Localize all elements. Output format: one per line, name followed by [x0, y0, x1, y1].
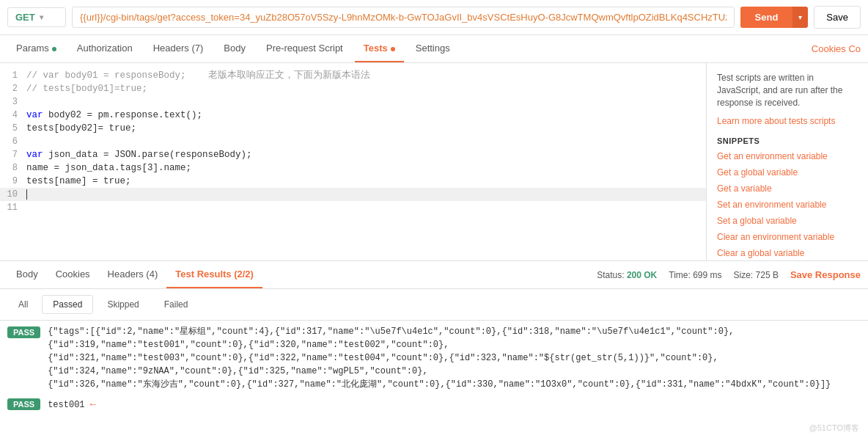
test-result-1: PASS {"tags":[{"id":2,"name":"星标组","coun…: [7, 325, 861, 391]
code-line-5: 5 tests[body02]= true;: [0, 122, 706, 135]
tab-prerequest-label: Pre-request Script: [266, 43, 343, 54]
response-tabs-bar: Body Cookies Headers (4) Test Results (2…: [0, 261, 868, 289]
resp-tab-test-results-label: Test Results (2/2): [175, 269, 254, 280]
tab-authorization[interactable]: Authorization: [68, 35, 141, 62]
method-select[interactable]: GET ▾: [7, 7, 66, 27]
snippet-get-var[interactable]: Get a variable: [717, 183, 858, 194]
snippet-get-env[interactable]: Get an environment variable: [717, 151, 858, 161]
request-tabs: Params Authorization Headers (7) Body Pr…: [0, 35, 868, 63]
snippet-get-global[interactable]: Get a global variable: [717, 167, 858, 178]
filter-tabs: All Passed Skipped Failed: [0, 289, 868, 321]
resp-tab-cookies[interactable]: Cookies: [47, 261, 99, 288]
resp-tab-test-results[interactable]: Test Results (2/2): [166, 261, 262, 288]
status-value: 200 OK: [627, 270, 657, 280]
save-response-button[interactable]: Save Response: [790, 269, 861, 280]
filter-tab-all[interactable]: All: [7, 295, 39, 314]
code-line-2: 2 // tests[body01]=true;: [0, 82, 706, 95]
response-area: Body Cookies Headers (4) Test Results (2…: [0, 261, 868, 423]
tab-params[interactable]: Params: [7, 35, 65, 62]
send-button[interactable]: Send: [740, 7, 793, 28]
size-value: 725 B: [756, 270, 779, 280]
code-line-7: 7 var json_data = JSON.parse(responseBod…: [0, 148, 706, 161]
code-line-1: 1 // var body01 = responseBody; 老版本取响应正文…: [0, 69, 706, 82]
filter-tab-passed[interactable]: Passed: [42, 295, 93, 314]
filter-tab-failed[interactable]: Failed: [153, 295, 199, 314]
cookies-link[interactable]: Cookies Co: [812, 43, 861, 54]
code-line-10: 10: [0, 188, 706, 201]
test-result-2: PASS test001 ←: [7, 397, 861, 412]
result-arrow: ←: [90, 398, 96, 410]
tab-body[interactable]: Body: [215, 35, 254, 62]
send-btn-group: Send ▾: [740, 7, 809, 28]
tab-tests-label: Tests: [364, 43, 388, 54]
code-line-6: 6: [0, 135, 706, 148]
tab-authorization-label: Authorization: [77, 43, 133, 54]
size-label: Size: 725 B: [734, 270, 779, 280]
snippets-description: Test scripts are written in JavaScript, …: [717, 72, 858, 109]
save-button[interactable]: Save: [814, 6, 861, 29]
pass-badge-2: PASS: [7, 398, 40, 410]
tests-dot: [391, 47, 395, 51]
tab-headers-label: Headers (7): [153, 43, 204, 54]
method-label: GET: [15, 12, 35, 23]
snippet-clear-env[interactable]: Clear an environment variable: [717, 232, 858, 242]
time-value: 699 ms: [693, 270, 721, 280]
snippets-panel: Test scripts are written in JavaScript, …: [707, 63, 868, 260]
params-dot: [52, 47, 56, 51]
tab-prerequest[interactable]: Pre-request Script: [257, 35, 352, 62]
status-label: Status: 200 OK: [597, 270, 657, 280]
main-area: 1 // var body01 = responseBody; 老版本取响应正文…: [0, 63, 868, 261]
resp-tab-headers[interactable]: Headers (4): [99, 261, 167, 288]
resp-tab-headers-label: Headers (4): [108, 269, 158, 280]
snippet-clear-global[interactable]: Clear a global variable: [717, 248, 858, 258]
tab-body-label: Body: [224, 43, 246, 54]
tab-settings-label: Settings: [416, 43, 450, 54]
code-line-8: 8 name = json_data.tags[3].name;: [0, 161, 706, 175]
url-input[interactable]: [72, 7, 735, 28]
resp-tab-cookies-label: Cookies: [56, 269, 90, 280]
tab-tests[interactable]: Tests: [355, 35, 404, 62]
time-label: Time: 699 ms: [669, 270, 721, 280]
test-results-list: PASS {"tags":[{"id":2,"name":"星标组","coun…: [0, 321, 868, 423]
code-line-4: 4 var body02 = pm.response.text();: [0, 109, 706, 122]
code-line-11: 11: [0, 201, 706, 214]
top-bar: GET ▾ Send ▾ Save: [0, 0, 868, 35]
tab-params-label: Params: [16, 43, 49, 54]
response-status-area: Status: 200 OK Time: 699 ms Size: 725 B …: [597, 269, 861, 280]
pass-badge-1: PASS: [7, 326, 40, 338]
snippet-set-env[interactable]: Set an environment variable: [717, 200, 858, 210]
resp-tab-body[interactable]: Body: [7, 261, 47, 288]
learn-more-link[interactable]: Learn more about tests scripts: [717, 116, 858, 126]
result-text-1: {"tags":[{"id":2,"name":"星标组","count":4}…: [48, 325, 861, 391]
code-editor[interactable]: 1 // var body01 = responseBody; 老版本取响应正文…: [0, 63, 707, 260]
code-line-3: 3: [0, 95, 706, 109]
send-dropdown-button[interactable]: ▾: [792, 7, 808, 28]
filter-tab-skipped[interactable]: Skipped: [96, 295, 150, 314]
snippets-title: SNIPPETS: [717, 136, 858, 145]
tab-settings[interactable]: Settings: [407, 35, 459, 62]
method-chevron: ▾: [40, 13, 43, 21]
snippet-set-global[interactable]: Set a global variable: [717, 216, 858, 226]
result-text-2: test001 ←: [48, 397, 861, 412]
code-line-9: 9 tests[name] = true;: [0, 175, 706, 188]
tab-headers[interactable]: Headers (7): [144, 35, 213, 62]
resp-tab-body-label: Body: [16, 269, 38, 280]
